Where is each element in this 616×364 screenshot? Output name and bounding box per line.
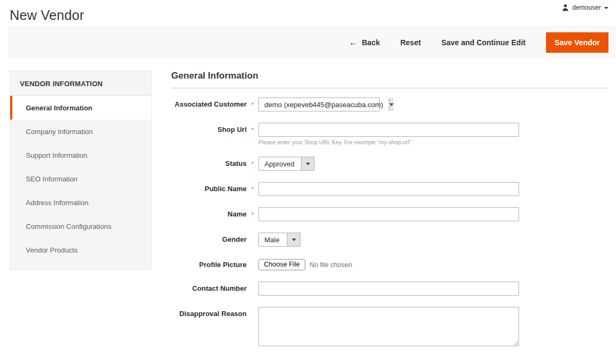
name-label: Name [171, 207, 247, 219]
field-associated-customer: Associated Customer * demo (xepeveb445@p… [171, 97, 607, 111]
field-name: Name * [171, 207, 607, 221]
required-marker-empty [247, 258, 258, 262]
field-contact-number: Contact Number [171, 282, 607, 296]
save-and-continue-button[interactable]: Save and Continue Edit [442, 38, 526, 47]
sidebar-item-seo-information[interactable]: SEO Information [10, 167, 151, 191]
profile-picture-file-input: Choose File No file chosen [258, 258, 607, 270]
required-marker: * [247, 182, 258, 193]
sidebar: VENDOR INFORMATION General Information C… [10, 71, 152, 270]
required-marker: * [247, 123, 258, 134]
back-arrow-icon: ← [349, 38, 358, 47]
form-panel: General Information Associated Customer … [171, 71, 607, 358]
reset-button[interactable]: Reset [400, 38, 421, 47]
required-marker-empty [247, 282, 258, 285]
required-marker-empty [247, 307, 258, 311]
choose-file-button[interactable]: Choose File [258, 259, 305, 270]
section-title: General Information [171, 71, 607, 88]
profile-picture-label: Profile Picture [171, 258, 247, 269]
field-gender: Gender Male [171, 233, 607, 247]
field-profile-picture: Profile Picture Choose File No file chos… [171, 258, 607, 270]
public-name-input[interactable] [258, 182, 519, 196]
content: VENDOR INFORMATION General Information C… [0, 59, 616, 358]
field-public-name: Public Name * [171, 182, 607, 196]
sidebar-item-support-information[interactable]: Support Information [10, 143, 151, 167]
sidebar-item-vendor-products[interactable]: Vendor Products [10, 238, 151, 262]
sidebar-header: VENDOR INFORMATION [10, 71, 151, 96]
sidebar-item-company-information[interactable]: Company Information [10, 120, 151, 143]
associated-customer-select[interactable]: demo (xepeveb445@paseacuba.com) [258, 97, 380, 111]
save-vendor-button[interactable]: Save Vendor [546, 32, 608, 53]
file-chosen-status: No file chosen [310, 261, 352, 269]
chevron-down-icon [301, 157, 314, 170]
sidebar-item-address-information[interactable]: Address Information [10, 191, 151, 214]
chevron-down-icon [287, 233, 300, 246]
shop-url-input[interactable] [258, 123, 519, 137]
contact-number-input[interactable] [258, 282, 519, 296]
back-button[interactable]: ← Back [349, 38, 380, 47]
field-status: Status * Approved [171, 157, 607, 171]
gender-select[interactable]: Male [258, 233, 300, 247]
chevron-down-icon [604, 7, 608, 9]
chevron-down-icon [389, 98, 394, 111]
field-disapproval-reason: Disapproval Reason [171, 307, 607, 346]
associated-customer-value: demo (xepeveb445@paseacuba.com) [259, 98, 389, 111]
disapproval-reason-label: Disapproval Reason [171, 307, 247, 318]
public-name-label: Public Name [171, 182, 247, 193]
associated-customer-label: Associated Customer [171, 97, 247, 109]
user-menu[interactable]: demouser [562, 4, 608, 11]
user-menu-username: demouser [572, 4, 601, 11]
sidebar-item-general-information[interactable]: General Information [10, 96, 151, 120]
required-marker: * [247, 207, 258, 218]
page-title: New Vendor [10, 8, 606, 23]
field-shop-url: Shop Url * Please enter your Shop URL Ke… [171, 123, 607, 145]
required-marker-empty [247, 233, 258, 236]
status-select[interactable]: Approved [258, 157, 314, 171]
contact-number-label: Contact Number [171, 282, 247, 293]
back-button-label: Back [362, 38, 380, 47]
gender-label: Gender [171, 233, 247, 244]
action-toolbar: ← Back Reset Save and Continue Edit Save… [8, 26, 616, 59]
shop-url-note: Please enter your Shop URL Key. For exam… [258, 139, 607, 145]
required-marker: * [247, 157, 258, 167]
page: New Vendor demouser ← Back Reset Save an… [0, 0, 616, 358]
status-value: Approved [259, 157, 301, 170]
sidebar-nav: General Information Company Information … [10, 96, 151, 262]
name-input[interactable] [258, 207, 519, 221]
user-icon [562, 4, 569, 11]
sidebar-item-commission-configurations[interactable]: Commission Configurations [10, 214, 151, 238]
disapproval-reason-textarea[interactable] [258, 307, 519, 346]
gender-value: Male [259, 233, 287, 246]
page-header: New Vendor demouser [0, 0, 616, 26]
status-label: Status [171, 157, 247, 168]
required-marker: * [247, 97, 258, 108]
shop-url-label: Shop Url [171, 123, 247, 134]
